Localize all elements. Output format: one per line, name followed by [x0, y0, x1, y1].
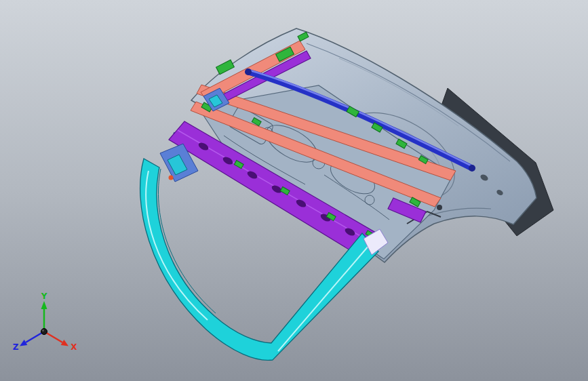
x-axis-label: X [71, 342, 77, 352]
trunk-lid-assembly [140, 28, 553, 360]
axis-origin-sphere [41, 329, 47, 335]
y-axis-arrowhead [41, 301, 47, 309]
axis-triad[interactable]: Y X Z [13, 292, 78, 352]
axis-origin-highlight [42, 329, 44, 332]
hinge-pin [169, 176, 174, 180]
z-axis-label: Z [13, 342, 19, 352]
model-canvas[interactable]: Y X Z [0, 0, 588, 381]
frame-highlight-right [278, 245, 369, 351]
y-axis-label: Y [41, 292, 47, 301]
cad-viewport[interactable]: Y X Z [0, 0, 588, 381]
